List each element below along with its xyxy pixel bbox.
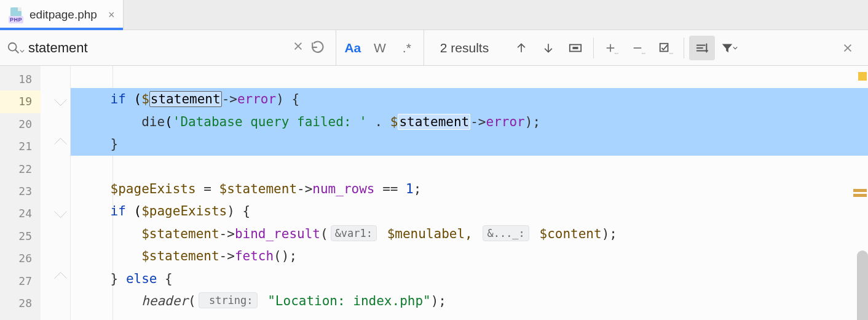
search-icon[interactable] (0, 41, 27, 55)
search-match: statement (398, 114, 470, 130)
line-number[interactable]: 28 (0, 292, 41, 314)
line-number[interactable]: 27 (0, 270, 41, 292)
line-number[interactable]: 22 (0, 158, 41, 180)
fold-handle-icon[interactable] (53, 272, 66, 285)
add-selection-button[interactable]: ⎵ (599, 36, 625, 60)
filter-lines-button[interactable] (689, 36, 715, 60)
fold-column (41, 66, 71, 320)
tab-filename: editpage.php (30, 8, 97, 22)
regex-toggle[interactable]: .* (394, 36, 420, 60)
editor: 18 19 20 21 22 23 24 25 26 27 28 if ($st… (0, 66, 868, 320)
find-bar: Aa W .* 2 results ⎵ ⎵ ⎵ (0, 30, 868, 66)
line-number[interactable]: 24 (0, 202, 41, 225)
results-count: 2 results (424, 41, 505, 55)
line-number[interactable]: 19 (0, 90, 41, 113)
svg-point-0 (9, 42, 17, 50)
filter-dropdown-button[interactable] (716, 36, 742, 60)
scrollbar-thumb[interactable] (857, 250, 868, 320)
tab-bar: PHP editpage.php × (0, 0, 868, 30)
next-match-button[interactable] (535, 36, 561, 60)
close-findbar-icon[interactable] (835, 36, 861, 60)
svg-rect-7 (573, 47, 578, 49)
search-marker[interactable] (853, 194, 867, 197)
param-hint: string: (199, 292, 258, 308)
fold-handle-icon[interactable] (53, 93, 66, 106)
line-number[interactable]: 18 (0, 68, 41, 90)
param-hint: &..._: (483, 225, 529, 241)
select-all-occurrences-button[interactable] (562, 36, 588, 60)
find-tools: ⎵ ⎵ ⎵ (505, 36, 746, 60)
tab-close-icon[interactable]: × (108, 9, 115, 22)
editor-tab[interactable]: PHP editpage.php × (0, 0, 124, 30)
search-marker[interactable] (853, 189, 867, 192)
match-options: Aa W .* (336, 30, 424, 65)
php-file-icon: PHP (9, 6, 23, 23)
line-number[interactable]: 21 (0, 135, 41, 158)
warning-marker-icon[interactable] (858, 72, 867, 81)
svg-line-1 (15, 49, 19, 53)
fold-handle-icon[interactable] (53, 138, 66, 151)
line-number[interactable]: 20 (0, 113, 41, 135)
fold-handle-icon[interactable] (53, 205, 66, 218)
line-number[interactable]: 23 (0, 180, 41, 202)
whole-words-toggle[interactable]: W (367, 36, 393, 60)
param-hint: &var1: (331, 225, 377, 241)
search-match: statement (149, 91, 222, 107)
code-area[interactable]: if ($statement->error) { die('Database q… (71, 66, 868, 320)
svg-rect-11 (660, 43, 668, 51)
select-all-button[interactable]: ⎵ (653, 36, 679, 60)
line-gutter: 18 19 20 21 22 23 24 25 26 27 28 (0, 66, 41, 320)
line-number[interactable]: 25 (0, 225, 41, 247)
match-case-toggle[interactable]: Aa (340, 36, 366, 60)
search-history-icon[interactable] (309, 40, 329, 56)
clear-search-icon[interactable] (288, 41, 309, 55)
prev-match-button[interactable] (508, 36, 534, 60)
line-number[interactable]: 26 (0, 247, 41, 270)
remove-selection-button[interactable]: ⎵ (626, 36, 652, 60)
find-input[interactable] (27, 39, 288, 57)
